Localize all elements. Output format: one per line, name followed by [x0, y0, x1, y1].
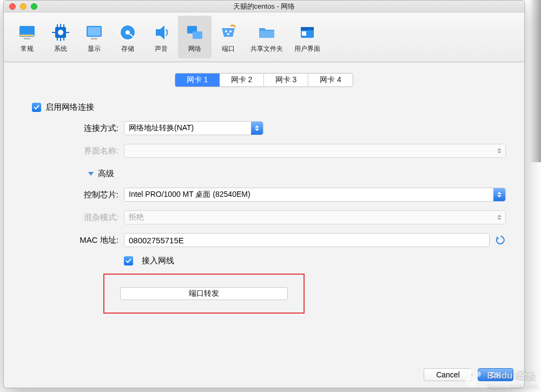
tab-adapter-3[interactable]: 网卡 3	[264, 74, 308, 87]
svg-point-22	[229, 30, 232, 32]
highlight-box: 端口转发	[103, 274, 305, 314]
chip-label: 控制芯片:	[71, 190, 118, 200]
svg-rect-1	[20, 35, 34, 36]
dropdown-arrow-icon	[493, 188, 505, 201]
toolbar: 常规 系统 显示 存储 声音	[4, 12, 524, 62]
enable-network-label: 启用网络连接	[45, 102, 94, 112]
mac-label: MAC 地址:	[71, 235, 118, 245]
svg-point-21	[225, 30, 227, 32]
connection-select[interactable]: 网络地址转换(NAT)	[124, 121, 263, 135]
connection-value: 网络地址转换(NAT)	[129, 123, 194, 133]
toolbar-label: 共享文件夹	[250, 44, 283, 54]
toolbar-system[interactable]: 系统	[44, 16, 77, 58]
svg-rect-2	[24, 38, 30, 39]
promisc-value: 拒绝	[129, 212, 144, 222]
folder-icon	[256, 22, 278, 43]
dropdown-arrow-icon	[497, 146, 502, 156]
toolbar-label: 声音	[155, 44, 168, 54]
toolbar-label: 显示	[88, 44, 101, 54]
toolbar-label: 用户界面	[294, 44, 320, 54]
toolbar-label: 常规	[21, 44, 34, 54]
toolbar-storage[interactable]: 存储	[111, 16, 144, 58]
chip-icon	[50, 22, 71, 43]
interface-select	[124, 144, 506, 158]
interface-label: 界面名称:	[71, 146, 118, 156]
advanced-label: 高级	[98, 169, 114, 179]
enable-network-checkbox[interactable]	[32, 103, 41, 112]
disclosure-down-icon	[88, 172, 94, 176]
settings-window: 天赐的centos - 网络 常规 系统 显示 存储	[3, 0, 525, 388]
speaker-icon	[150, 22, 172, 43]
cancel-button[interactable]: Cancel	[424, 368, 472, 381]
serial-icon	[217, 22, 239, 43]
dialog-footer: Cancel OK	[424, 368, 513, 381]
svg-rect-24	[259, 31, 274, 38]
port-forwarding-button[interactable]: 端口转发	[120, 287, 288, 300]
svg-rect-15	[91, 38, 97, 39]
toolbar-label: 网络	[188, 44, 201, 54]
ui-icon	[296, 22, 318, 43]
advanced-toggle[interactable]: 高级	[71, 167, 506, 188]
display-icon	[83, 22, 105, 43]
svg-rect-20	[193, 31, 202, 39]
svg-rect-27	[302, 31, 306, 36]
dropdown-arrow-icon	[497, 212, 502, 222]
tab-adapter-2[interactable]: 网卡 2	[220, 74, 264, 87]
toolbar-display[interactable]: 显示	[77, 16, 111, 58]
svg-point-23	[227, 33, 229, 35]
decorative-shadow	[525, 0, 541, 162]
cable-checkbox[interactable]	[124, 256, 133, 265]
disk-icon	[117, 22, 138, 43]
chip-value: Intel PRO/1000 MT 桌面 (82540EM)	[129, 190, 250, 200]
chip-select[interactable]: Intel PRO/1000 MT 桌面 (82540EM)	[124, 188, 506, 202]
network-icon	[184, 22, 206, 43]
promisc-label: 混杂模式:	[71, 212, 118, 223]
refresh-mac-button[interactable]	[495, 235, 506, 245]
toolbar-audio[interactable]: 声音	[144, 16, 178, 58]
mac-input[interactable]	[124, 233, 490, 247]
connection-label: 连接方式:	[71, 123, 118, 134]
promisc-select: 拒绝	[124, 210, 506, 224]
toolbar-label: 端口	[222, 44, 235, 54]
adapter-tabs: 网卡 1 网卡 2 网卡 3 网卡 4	[4, 62, 524, 95]
toolbar-general[interactable]: 常规	[10, 16, 44, 58]
monitor-icon	[16, 22, 38, 43]
toolbar-network[interactable]: 网络	[178, 16, 212, 58]
dropdown-arrow-icon	[251, 122, 263, 135]
window-title: 天赐的centos - 网络	[4, 2, 524, 11]
tab-adapter-1[interactable]: 网卡 1	[175, 74, 220, 87]
ok-button[interactable]: OK	[478, 368, 513, 381]
content-area: 启用网络连接 连接方式: 网络地址转换(NAT) 界面名称: 高级	[4, 95, 524, 320]
cable-label: 接入网线	[142, 256, 174, 266]
toolbar-shared[interactable]: 共享文件夹	[245, 16, 288, 58]
svg-point-4	[58, 30, 63, 35]
toolbar-label: 存储	[121, 44, 134, 54]
toolbar-label: 系统	[54, 44, 67, 54]
svg-rect-14	[88, 27, 101, 36]
tab-adapter-4[interactable]: 网卡 4	[308, 74, 353, 87]
titlebar: 天赐的centos - 网络	[4, 1, 524, 12]
svg-rect-26	[301, 27, 314, 30]
toolbar-ports[interactable]: 端口	[212, 16, 245, 58]
toolbar-ui[interactable]: 用户界面	[288, 16, 326, 58]
